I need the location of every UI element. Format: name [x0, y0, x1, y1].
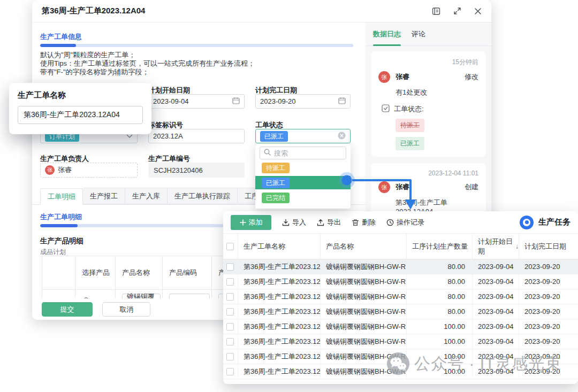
row-checkbox[interactable]: [226, 263, 234, 271]
status-value-tag: 已派工: [260, 131, 288, 142]
work-order-name-card: 生产工单名称: [9, 83, 151, 134]
row-checkbox[interactable]: [226, 338, 234, 345]
window-titlebar: 第36周-生产工单2023.12A04: [32, 0, 491, 22]
log-panel-icon[interactable]: [432, 7, 440, 16]
row-checkbox[interactable]: [226, 353, 234, 360]
table-cell: 2023-09-04: [473, 319, 519, 334]
table-cell: 镀锡铜覆钢圆钢BH-GW-R10: [321, 259, 407, 274]
app-name: 生产任务: [538, 217, 571, 227]
row-checkbox[interactable]: [226, 368, 234, 375]
row-checkbox[interactable]: [226, 278, 234, 286]
tab-comments[interactable]: 评论: [412, 22, 425, 46]
table-cell: 2023-09-20: [519, 304, 578, 319]
table-cell: 镀锡铜覆钢圆钢BH-GW-R12: [321, 334, 407, 349]
tab-production-report[interactable]: 生产报工: [83, 188, 125, 204]
status-option-dispatched[interactable]: 已派工: [255, 176, 351, 189]
table-cell: 100.00: [407, 334, 473, 349]
status-select[interactable]: 已派工: [255, 129, 351, 143]
table-row[interactable]: 第36周-生产工单2023.12A04镀锡铜覆钢圆钢BH-GW-R12100.0…: [223, 319, 578, 334]
table-cell: 镀锡铜覆钢圆钢BH-GW-R10: [321, 274, 407, 289]
clear-icon[interactable]: [338, 132, 346, 141]
work-order-name-label: 生产工单名称: [18, 90, 143, 101]
table-row[interactable]: 第36周-生产工单2023.12A04镀锡铜覆钢圆钢BH-GW-R1080.00…: [223, 274, 578, 289]
task-table-header: 生产工单名称 产品名称 工序计划生产数量 计划开始日期↓ 计划完工日期: [223, 234, 578, 259]
sort-column-header[interactable]: 计划开始日期↓: [473, 234, 519, 259]
table-cell: 2023-09-20: [519, 349, 578, 364]
tab-production-inbound[interactable]: 生产入库: [125, 188, 168, 204]
log-time: 15分钟前: [378, 58, 478, 67]
row-checkbox[interactable]: [226, 323, 234, 330]
sort-desc-icon[interactable]: ↓: [515, 243, 519, 250]
cancel-button[interactable]: 取消: [102, 302, 150, 317]
table-cell: 2023-09-20: [519, 289, 578, 304]
section-progress-bar: [40, 44, 353, 47]
log-action: 创建: [465, 182, 478, 192]
table-row[interactable]: 第36周-生产工单2023.12A04镀锡铜覆钢圆钢BH-GW-R1080.00…: [223, 259, 578, 274]
table-row[interactable]: 第36周-生产工单2023.12A04镀锡铜覆钢圆钢BH-GW-R1080.00…: [223, 289, 578, 304]
calendar-icon[interactable]: [338, 97, 346, 106]
table-cell: 第36周-生产工单2023.12A04: [238, 364, 321, 379]
log-entry-modify: 15分钟前 张 张睿 修改 有1处更改 工单状态: 待派工 已派工: [371, 51, 486, 157]
label-id-input[interactable]: 2023.12A: [148, 129, 245, 143]
add-button[interactable]: 添加: [231, 215, 271, 230]
order-no-field: SCJH23120406: [148, 163, 245, 178]
task-table-body: 第36周-生产工单2023.12A04镀锡铜覆钢圆钢BH-GW-R1080.00…: [223, 259, 578, 379]
row-checkbox[interactable]: [226, 293, 234, 301]
search-input[interactable]: [274, 149, 342, 157]
submit-button[interactable]: 提交: [42, 302, 93, 317]
tab-work-order-detail[interactable]: 工单明细: [40, 188, 83, 205]
table-cell: 80.00: [407, 289, 473, 304]
table-cell: 第36周-生产工单2023.12A04: [238, 274, 321, 289]
work-order-name-input[interactable]: [18, 106, 143, 124]
table-cell: 2023-09-04: [473, 364, 519, 379]
owner-field[interactable]: 张 张睿: [40, 163, 138, 178]
status-old-badge: 待派工: [396, 119, 424, 132]
trash-icon: [352, 219, 359, 226]
plan-finish-input[interactable]: 2023-09-20: [255, 94, 351, 109]
dropdown-search[interactable]: [260, 147, 346, 159]
table-row[interactable]: 第36周-生产工单2023.12A04镀锡铜覆钢圆钢BH-GW-R12100.0…: [223, 334, 578, 349]
row-checkbox[interactable]: [226, 308, 234, 316]
delete-button[interactable]: 删除: [352, 218, 376, 227]
production-task-window: 添加 导入 导出 删除 操作记录 生产任务: [223, 211, 578, 384]
table-cell: 80.00: [407, 259, 473, 274]
table-row[interactable]: 第36周-生产工单2023.12A04镀锡铜覆钢圆钢BH-GW-R1080.00…: [223, 304, 578, 319]
product-block-title: 生产产品明细: [40, 236, 83, 246]
app-chip: 生产任务: [520, 216, 571, 229]
section-title-detail: 生产工单明细: [40, 212, 82, 222]
log-panel-tabs: 数据日志 评论: [366, 22, 491, 46]
import-button[interactable]: 导入: [282, 218, 306, 227]
tab-data-log[interactable]: 数据日志: [373, 22, 401, 46]
connector-arrow: [337, 170, 428, 216]
avatar: 张: [45, 165, 55, 175]
status-option-completed[interactable]: 已完结: [255, 191, 351, 204]
expand-icon[interactable]: [453, 7, 461, 15]
avatar: 张: [378, 71, 390, 83]
export-button[interactable]: 导出: [317, 218, 341, 227]
table-cell: 2023-09-20: [519, 274, 578, 289]
log-action: 修改: [465, 72, 478, 82]
clock-icon: [386, 219, 394, 226]
table-row[interactable]: 第36周-生产工单2023.12A04镀锡铜覆钢圆钢BH-GW-R12100.0…: [223, 364, 578, 379]
close-icon[interactable]: [474, 7, 482, 15]
plan-start-input[interactable]: 2023-09-04: [148, 94, 245, 109]
table-cell: 第36周-生产工单2023.12A04: [238, 349, 321, 364]
table-row[interactable]: 第36周-生产工单2023.12A04镀锡铜覆钢圆钢BH-GW-R12100.0…: [223, 349, 578, 364]
log-user: 张睿: [396, 72, 409, 82]
production-task-app-icon: [520, 216, 534, 229]
table-cell: 2023-09-20: [519, 319, 578, 334]
owner-name: 张睿: [58, 165, 72, 175]
import-icon: [282, 219, 290, 226]
table-cell: 第36周-生产工单2023.12A04: [238, 304, 321, 319]
table-cell: 80.00: [407, 304, 473, 319]
select-all-checkbox[interactable]: [226, 243, 234, 250]
export-icon: [317, 219, 324, 226]
log-summary: 有1处更改: [396, 88, 478, 97]
table-cell: 2023-09-04: [473, 289, 519, 304]
status-option-pending[interactable]: 待派工: [255, 161, 351, 174]
calendar-icon[interactable]: [232, 97, 240, 106]
history-button[interactable]: 操作记录: [386, 218, 424, 227]
table-cell: 100.00: [407, 319, 473, 334]
tab-execution-tracking[interactable]: 生产工单执行跟踪: [168, 188, 238, 204]
table-cell: 镀锡铜覆钢圆钢BH-GW-R12: [321, 349, 407, 364]
